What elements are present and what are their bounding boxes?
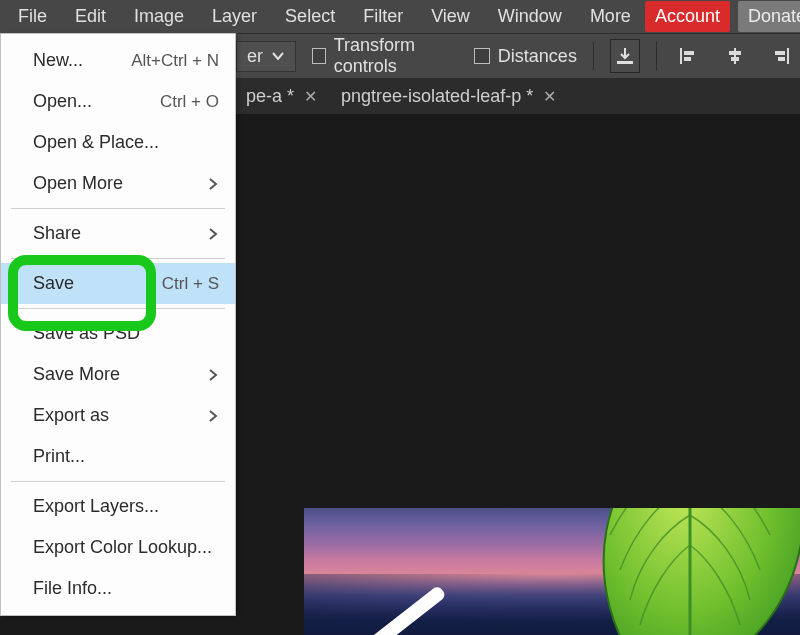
chevron-down-icon [271,49,285,63]
svg-rect-6 [731,57,739,61]
account-button[interactable]: Account [645,1,730,32]
menu-separator [11,308,225,309]
transform-controls-label: Transform controls [334,35,458,77]
tab-label: pe-a * [246,86,294,107]
menu-item-print[interactable]: Print... [1,436,235,477]
toolbar-separator [593,42,594,70]
tab-label: pngtree-isolated-leaf-p * [341,86,533,107]
menu-item-save[interactable]: Save Ctrl + S [1,263,235,304]
file-menu-dropdown: New... Alt+Ctrl + N Open... Ctrl + O Ope… [0,33,236,616]
close-icon[interactable]: ✕ [543,87,556,106]
menu-separator [11,208,225,209]
menu-item-share[interactable]: Share [1,213,235,254]
document-tab[interactable]: pe-a * ✕ [236,80,327,113]
menu-image[interactable]: Image [120,1,198,32]
menu-item-shortcut: Ctrl + S [162,274,219,294]
document-tab[interactable]: pngtree-isolated-leaf-p * ✕ [331,80,566,113]
menu-separator [11,258,225,259]
menu-item-new[interactable]: New... Alt+Ctrl + N [1,40,235,81]
menu-select[interactable]: Select [271,1,349,32]
menu-filter[interactable]: Filter [349,1,417,32]
menu-separator [11,481,225,482]
menu-item-export-layers[interactable]: Export Layers... [1,486,235,527]
align-left-icon-button[interactable] [673,39,703,73]
menu-item-save-more[interactable]: Save More [1,354,235,395]
align-center-icon-button[interactable] [719,39,749,73]
svg-rect-0 [617,61,633,64]
menu-more[interactable]: More [576,1,645,32]
chevron-right-icon [207,228,219,240]
donate-button[interactable]: Donate [738,1,800,32]
toolbar-separator [656,42,657,70]
menu-window[interactable]: Window [484,1,576,32]
menu-item-label: Export Layers... [33,496,159,517]
svg-rect-3 [684,57,691,61]
distances-label: Distances [498,46,577,67]
menu-item-label: Save as PSD [33,323,140,344]
close-icon[interactable]: ✕ [304,87,317,106]
menu-item-label: Share [33,223,81,244]
svg-rect-2 [684,51,694,55]
menu-item-label: New... [33,50,83,71]
menu-item-label: Save More [33,364,120,385]
menu-item-label: Export as [33,405,109,426]
menu-view[interactable]: View [417,1,484,32]
document-canvas[interactable] [304,508,800,635]
menu-item-label: Export Color Lookup... [33,537,212,558]
menu-item-shortcut: Ctrl + O [160,92,219,112]
menu-item-label: Open More [33,173,123,194]
menu-edit[interactable]: Edit [61,1,120,32]
align-right-icon-button[interactable] [766,39,796,73]
menubar: File Edit Image Layer Select Filter View… [0,0,800,33]
svg-rect-5 [729,51,741,55]
svg-rect-9 [778,57,785,61]
svg-rect-7 [787,48,789,64]
checkbox-icon [312,48,326,64]
menu-item-open-more[interactable]: Open More [1,163,235,204]
leaf-image [540,508,800,635]
menu-item-label: Open... [33,91,92,112]
download-icon-button[interactable] [610,39,641,73]
chevron-right-icon [207,410,219,422]
menu-item-open[interactable]: Open... Ctrl + O [1,81,235,122]
menu-item-label: File Info... [33,578,112,599]
menu-item-shortcut: Alt+Ctrl + N [131,51,219,71]
menu-item-save-psd[interactable]: Save as PSD [1,313,235,354]
dropdown-visible-tail: er [247,46,263,67]
menu-item-export-as[interactable]: Export as [1,395,235,436]
menu-item-open-place[interactable]: Open & Place... [1,122,235,163]
checkbox-icon [474,48,490,64]
transform-controls-checkbox[interactable]: Transform controls [312,35,458,77]
menu-item-label: Open & Place... [33,132,159,153]
distances-checkbox[interactable]: Distances [474,46,577,67]
menu-item-export-color-lookup[interactable]: Export Color Lookup... [1,527,235,568]
svg-rect-1 [680,48,682,64]
svg-rect-8 [775,51,785,55]
chevron-right-icon [207,369,219,381]
menu-item-file-info[interactable]: File Info... [1,568,235,609]
blend-mode-dropdown[interactable]: er [236,41,296,72]
menu-file[interactable]: File [4,1,61,32]
menu-item-label: Save [33,273,74,294]
menu-layer[interactable]: Layer [198,1,271,32]
svg-rect-4 [734,48,736,64]
chevron-right-icon [207,178,219,190]
menu-item-label: Print... [33,446,85,467]
